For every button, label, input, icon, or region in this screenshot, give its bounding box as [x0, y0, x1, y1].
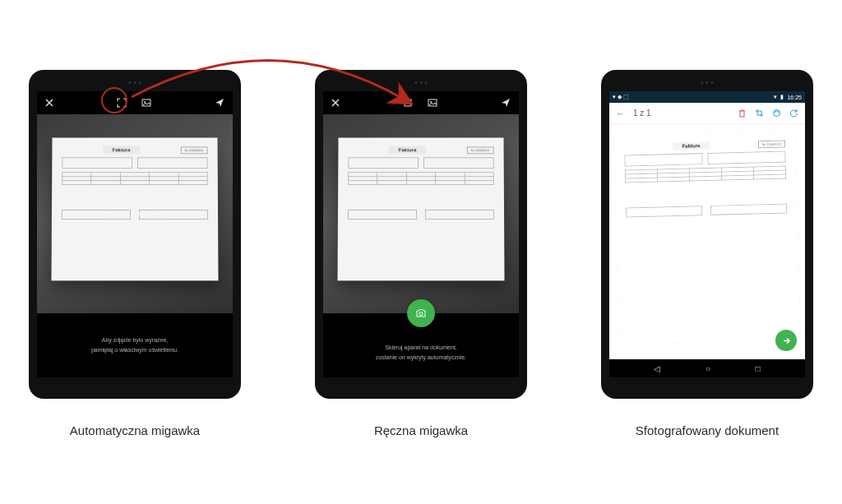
android-home-icon[interactable]: ○	[706, 364, 710, 373]
trash-icon[interactable]	[738, 109, 747, 118]
tablet-frame: Faktura Nr 2016/01/1 Szukam dokumentu Ab…	[29, 70, 241, 399]
tablet-frame: Faktura Nr 2016/01/1	[315, 70, 527, 399]
hint-line-2: pamiętaj o właściwym oświetleniu.	[91, 346, 178, 354]
gallery-icon[interactable]	[141, 98, 151, 108]
camera-screen-auto: Faktura Nr 2016/01/1 Szukam dokumentu Ab…	[37, 91, 233, 377]
android-back-icon[interactable]: ◁	[654, 364, 660, 373]
android-status-bar: ▾ ◆ ⬚ ▾ ▮ 16:25	[609, 91, 805, 103]
camera-bottom-bar: Aby zdjęcie było wyraźne, pamiętaj o wła…	[37, 313, 233, 377]
crop-icon[interactable]	[755, 109, 764, 118]
panel-automatic: Faktura Nr 2016/01/1 Szukam dokumentu Ab…	[29, 70, 241, 437]
panel-result: ▾ ◆ ⬚ ▾ ▮ 16:25 ← 1 z 1	[601, 70, 813, 437]
hint-line-1: Skieruj aparat na dokument,	[385, 344, 457, 352]
camera-icon	[415, 307, 427, 319]
gallery-icon[interactable]	[428, 98, 437, 108]
camera-bottom-bar: Skieruj aparat na dokument, zostanie on …	[323, 313, 519, 377]
viewfinder: Faktura Nr 2016/01/1 Szukam dokumentu	[37, 114, 233, 313]
panel-manual: Faktura Nr 2016/01/1	[315, 70, 527, 437]
document-preview: Faktura Nr 2016/01/1	[337, 137, 504, 280]
tablet-frame: ▾ ◆ ⬚ ▾ ▮ 16:25 ← 1 z 1	[601, 70, 813, 399]
send-icon[interactable]	[501, 98, 511, 108]
diagram-stage: Faktura Nr 2016/01/1 Szukam dokumentu Ab…	[0, 33, 842, 504]
enhance-icon[interactable]	[772, 109, 781, 118]
wifi-icon: ▾	[774, 94, 777, 100]
close-icon[interactable]	[45, 99, 53, 107]
panel-caption: Automatyczna migawka	[70, 423, 200, 437]
panel-caption: Sfotografowany dokument	[636, 423, 779, 437]
close-icon[interactable]	[331, 99, 340, 107]
status-time: 16:25	[787, 95, 802, 100]
doc-number: Nr 2016/01/1	[467, 146, 494, 154]
hint-line-2: zostanie on wykryty automatycznie.	[376, 354, 466, 362]
document-preview: Faktura Nr 2016/01/1	[51, 137, 218, 280]
svg-rect-3	[406, 101, 409, 104]
android-recent-icon[interactable]: □	[755, 364, 760, 373]
viewfinder: Faktura Nr 2016/01/1	[323, 114, 519, 313]
manual-toggle-icon[interactable]	[403, 98, 413, 108]
android-nav-bar: ◁ ○ □	[609, 359, 805, 377]
result-body: Faktura Nr 2016/01/1	[609, 124, 805, 359]
doc-title: Faktura	[673, 141, 710, 150]
camera-topbar	[37, 91, 233, 114]
doc-number: Nr 2016/01/1	[758, 140, 785, 148]
send-icon	[782, 336, 791, 345]
page-indicator: 1 z 1	[633, 109, 651, 118]
panel-caption: Ręczna migawka	[374, 423, 468, 437]
back-arrow-icon[interactable]: ←	[616, 109, 625, 118]
doc-number: Nr 2016/01/1	[181, 146, 208, 154]
hint-line-1: Aby zdjęcie było wyraźne,	[102, 336, 169, 344]
camera-screen-manual: Faktura Nr 2016/01/1	[323, 91, 519, 377]
doc-title: Faktura	[103, 146, 141, 154]
rotate-icon[interactable]	[789, 109, 798, 118]
scanned-document: Faktura Nr 2016/01/1	[613, 130, 802, 345]
result-screen: ▾ ◆ ⬚ ▾ ▮ 16:25 ← 1 z 1	[609, 91, 805, 377]
auto-capture-icon[interactable]	[117, 98, 127, 108]
battery-icon: ▮	[780, 94, 784, 100]
doc-title: Faktura	[389, 146, 427, 154]
send-icon[interactable]	[215, 98, 224, 108]
result-toolbar: ← 1 z 1	[609, 103, 805, 124]
scanning-overlay-text: Szukam dokumentu	[106, 210, 164, 218]
svg-point-6	[419, 312, 423, 316]
send-fab-button[interactable]	[775, 330, 797, 351]
status-left-icons: ▾ ◆ ⬚	[613, 94, 629, 100]
shutter-button[interactable]	[407, 299, 435, 327]
camera-topbar	[323, 91, 519, 114]
